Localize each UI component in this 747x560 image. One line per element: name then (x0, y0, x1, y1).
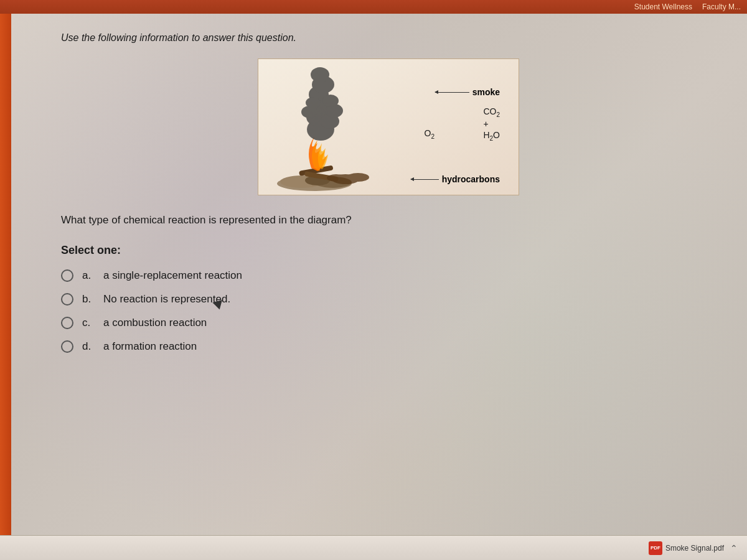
radio-a[interactable] (61, 269, 73, 282)
pdf-filename: Smoke Signal.pdf (665, 544, 724, 553)
diagram-container: smoke CO2 + H2O O2 hydrocarbons (61, 58, 716, 195)
up-arrow-icon[interactable]: ⌃ (730, 543, 738, 553)
option-a[interactable]: a. a single-replacement reaction (61, 269, 716, 282)
svg-point-19 (327, 174, 345, 182)
option-b-text: No reaction is represented. (103, 293, 230, 306)
pdf-icon: PDF (649, 541, 662, 555)
formula-label: CO2 + H2O (483, 106, 500, 140)
option-c-text: a combustion reaction (103, 317, 207, 329)
taskbar: PDF Smoke Signal.pdf ⌃ (0, 535, 747, 560)
smoke-label: smoke (472, 87, 500, 97)
diagram-box: smoke CO2 + H2O O2 hydrocarbons (258, 58, 519, 195)
radio-d[interactable] (61, 340, 73, 353)
svg-point-11 (311, 67, 329, 82)
question-text: What type of chemical reaction is repres… (61, 214, 716, 226)
instruction-text: Use the following information to answer … (61, 32, 716, 44)
radio-c[interactable] (61, 317, 73, 329)
option-a-text: a single-replacement reaction (103, 269, 242, 282)
main-content: Use the following information to answer … (11, 14, 747, 560)
option-d-letter: d. (82, 340, 95, 353)
option-c[interactable]: c. a combustion reaction (61, 317, 716, 329)
top-bar: Student Wellness Faculty M... (0, 0, 747, 14)
select-one-label: Select one: (61, 244, 716, 257)
faculty-link[interactable]: Faculty M... (702, 2, 741, 11)
option-b[interactable]: b. No reaction is represented. (61, 293, 716, 306)
pdf-file-item[interactable]: PDF Smoke Signal.pdf (649, 541, 724, 555)
radio-b[interactable] (61, 293, 73, 306)
svg-point-16 (306, 97, 321, 108)
o2-label: O2 (425, 128, 435, 138)
left-accent-bar (0, 14, 11, 560)
option-c-letter: c. (82, 317, 95, 329)
student-wellness-link[interactable]: Student Wellness (634, 2, 692, 11)
svg-point-18 (347, 173, 369, 182)
fire-smoke-illustration (265, 62, 402, 193)
option-a-letter: a. (82, 269, 95, 282)
option-d[interactable]: d. a formation reaction (61, 340, 716, 353)
svg-point-14 (322, 95, 339, 107)
options-list: a. a single-replacement reaction b. No r… (61, 269, 716, 353)
hydrocarbons-label: hydrocarbons (442, 174, 500, 184)
option-d-text: a formation reaction (103, 340, 197, 353)
option-b-letter: b. (82, 293, 95, 306)
